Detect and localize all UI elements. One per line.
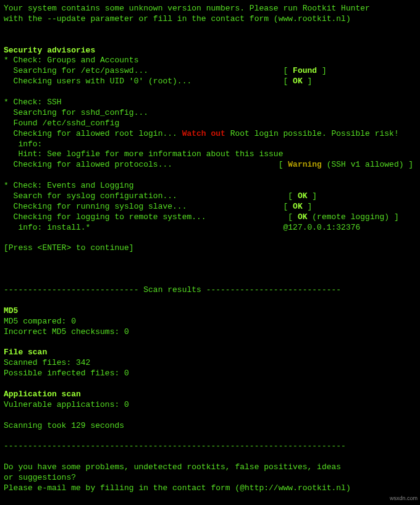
scan-time: Scanning took 129 seconds	[4, 421, 124, 430]
check-root-login-pre: Checking for allowed root login...	[4, 129, 182, 138]
info-install: info: install.*	[4, 223, 90, 232]
footer-line-3: Please e-mail me by filling in the conta…	[4, 483, 351, 493]
remote-addr: @127.0.0.1:32376	[284, 223, 361, 232]
appscan-title: Application scan	[4, 390, 81, 399]
security-advisories-title: Security advisories	[4, 46, 95, 55]
md5-title: MD5	[4, 306, 18, 315]
check-remote: Checking for logging to remote system...	[4, 212, 206, 222]
scanned-files: Scanned files: 342	[4, 358, 90, 367]
header-line-2: with the --update parameter or fill in t…	[4, 14, 351, 23]
header-line-1: Your system contains some unknown versio…	[4, 4, 370, 13]
check-groups: * Check: Groups and Accounts	[4, 56, 138, 65]
search-passwd: Searching for /etc/passwd...	[4, 66, 148, 75]
ok-status: OK	[293, 202, 303, 211]
watch-out-warning: Watch out	[182, 129, 225, 138]
filescan-title: File scan	[4, 348, 47, 357]
check-protocols: Checking for allowed protocols...	[4, 160, 172, 169]
ok-status: OK	[298, 191, 308, 201]
footer-line-1: Do you have some problems, undetected ro…	[4, 462, 341, 472]
warning-status: Warning	[288, 160, 322, 169]
watermark: wsxdn.com	[390, 495, 418, 498]
found-sshd: Found /etc/sshd_config	[4, 119, 119, 128]
hint-line: Hint: See logfile for more information a…	[4, 149, 283, 159]
footer-line-2: or suggestions?	[4, 473, 76, 482]
check-slave: Checking for running syslog slave...	[4, 202, 187, 211]
vulnerable-apps: Vulnerable applications: 0	[4, 400, 129, 409]
found-status: Found	[293, 66, 317, 75]
md5-compared: MD5 compared: 0	[4, 317, 76, 326]
info-label: info:	[4, 140, 42, 149]
protocols-detail: (SSH v1 allowed) ]	[322, 160, 413, 169]
check-ssh: * Check: SSH	[4, 98, 62, 107]
check-events: * Check: Events and Logging	[4, 181, 134, 190]
md5-incorrect: Incorrect MD5 checksums: 0	[4, 327, 129, 336]
check-root-login-post: Root login possible. Possible risk!	[225, 129, 399, 138]
ok-status: OK	[293, 77, 303, 86]
footer-divider: ----------------------------------------…	[4, 441, 346, 451]
search-syslog: Search for syslog configuration...	[4, 191, 177, 201]
check-uid: Checking users with UID '0' (root)...	[4, 77, 191, 86]
infected-files: Possible infected files: 0	[4, 369, 129, 378]
search-sshd: Searching for sshd_config...	[4, 108, 148, 117]
results-divider: ---------------------------- Scan result…	[4, 285, 341, 294]
ok-status: OK	[298, 212, 308, 222]
terminal-output: Your system contains some unknown versio…	[4, 4, 416, 494]
press-enter-prompt[interactable]: [Press <ENTER> to continue]	[4, 243, 134, 252]
remote-detail: (remote logging) ]	[308, 212, 399, 222]
